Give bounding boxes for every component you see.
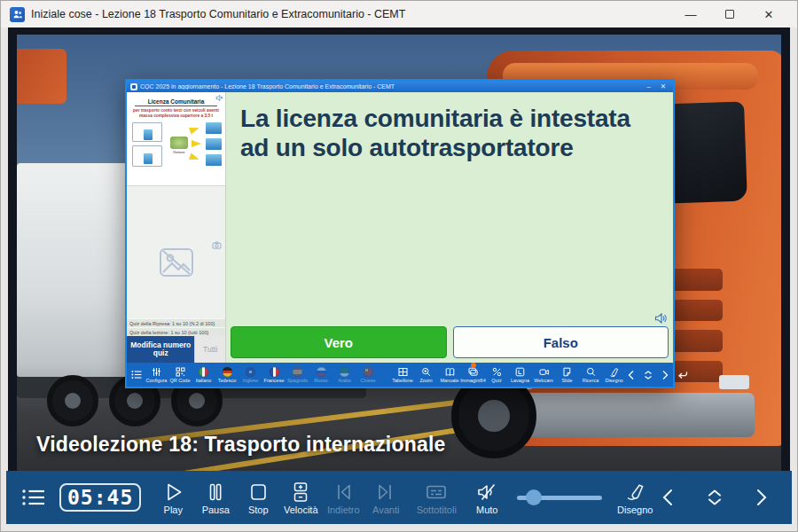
video-caption: Videolezione 18: Trasporto internazional…	[36, 433, 446, 457]
search-icon	[586, 366, 596, 377]
truck-headlight	[719, 375, 749, 389]
quiz-toolbar: Configura QR Code Italiano Tedesco Ingle…	[127, 363, 673, 387]
mute-icon	[475, 481, 498, 504]
toolbar-qrcode-button[interactable]: QR Code	[169, 366, 191, 383]
diagram-vettore-label: Vettore	[167, 150, 192, 154]
next-button[interactable]: Avanti	[364, 481, 407, 515]
toolbar-lang-cinese[interactable]: Cinese	[357, 366, 379, 383]
edit-quiz-number-button[interactable]: Modifica numero quiz	[127, 336, 194, 363]
close-icon: ✕	[764, 8, 774, 21]
quiz-next-button[interactable]	[661, 370, 669, 380]
volume-slider[interactable]	[517, 489, 602, 506]
pen-icon	[623, 481, 646, 504]
forward-chevron-button[interactable]	[753, 486, 771, 509]
toolbar-lavagna-button[interactable]: Lavagna	[510, 366, 531, 383]
question-speaker-icon[interactable]	[654, 313, 667, 324]
flag-china-icon	[364, 366, 373, 377]
slide-thumbnail[interactable]: Licenza Comunitaria per trasporto conto …	[127, 92, 225, 186]
toolbar-quiz-button[interactable]: Quiz	[486, 366, 507, 383]
toolbar-configura-button[interactable]: Configura	[146, 366, 168, 383]
flag-uk-icon	[246, 366, 255, 377]
quiz-dialog-titlebar[interactable]: CQC 2025 in aggiornamento - Lezione 18 T…	[127, 81, 673, 92]
toolbar-lang-russo[interactable]: Russo	[310, 366, 332, 383]
toolbar-immagini64-button[interactable]: Immagini64	[463, 366, 484, 383]
toolbar-lang-francese[interactable]: Francese	[263, 366, 285, 383]
skip-forward-icon	[374, 481, 397, 504]
flag-italy-icon	[199, 366, 208, 377]
book-icon	[445, 366, 455, 377]
diagram-truck	[206, 154, 222, 166]
diagram-truck	[206, 138, 222, 150]
maximize-button[interactable]	[710, 2, 749, 27]
qr-code-icon	[176, 366, 185, 377]
toolbar-zoom-button[interactable]: Zoom	[416, 366, 437, 383]
previous-button[interactable]: Indietro	[322, 481, 364, 515]
slide-title: Licenza Comunitaria	[135, 98, 217, 106]
subtitles-button[interactable]: Sottotitoli	[407, 481, 466, 515]
draw-button[interactable]: Disegno	[611, 481, 659, 515]
quiz-status-line-2: Quiz della lezione: 1 su 10 (tutti 100)	[127, 327, 225, 336]
volume-handle[interactable]	[526, 489, 542, 505]
toolbar-webcam-button[interactable]: Webcam	[533, 366, 554, 383]
no-image-icon	[159, 247, 194, 278]
flag-spain-icon	[293, 366, 302, 377]
speed-button[interactable]: Velocità	[279, 481, 322, 515]
subtitles-icon	[425, 481, 448, 504]
flag-france-icon	[270, 366, 279, 377]
pen-icon	[609, 366, 619, 377]
quiz-minimize-button[interactable]: –	[644, 83, 654, 90]
play-button[interactable]: Play	[152, 481, 194, 515]
toolbar-tabellone-button[interactable]: Tabellone	[392, 366, 413, 383]
zoom-in-icon	[421, 366, 431, 377]
whiteboard-icon	[515, 366, 525, 377]
playlist-icon[interactable]	[20, 486, 47, 509]
app-icon	[10, 7, 25, 22]
toolbar-lang-tedesco[interactable]: Tedesco	[216, 366, 238, 383]
diagram-arrow	[189, 125, 200, 135]
quiz-close-button[interactable]: ✕	[657, 83, 669, 90]
quiz-question-text: La licenza comunitaria è intestata ad un…	[240, 105, 630, 161]
slide-diagram: Vettore	[131, 121, 221, 170]
pause-icon	[204, 481, 227, 504]
toolbar-ricerca-button[interactable]: Ricerca	[580, 366, 601, 383]
toolbar-lang-spagnolo[interactable]: Spagnolo	[287, 366, 309, 383]
toolbar-lang-arabo[interactable]: Arabo	[334, 366, 356, 383]
flag-germany-icon	[223, 366, 232, 377]
application-window: Iniziale cose - Lezione 18 Trasporto Com…	[0, 0, 798, 532]
truck-cab-far	[17, 49, 66, 104]
webcam-icon	[539, 366, 549, 377]
quiz-return-button[interactable]	[677, 370, 688, 380]
quiz-prev-button[interactable]	[627, 370, 636, 380]
toolbar-lang-inglese[interactable]: Inglese	[240, 366, 262, 383]
mute-button[interactable]: Muto	[466, 481, 508, 515]
stop-button[interactable]: Stop	[237, 481, 279, 515]
slide-mute-icon[interactable]	[215, 94, 223, 102]
toolbar-disegno-button[interactable]: Disegno	[604, 366, 625, 383]
diagram-box	[132, 145, 162, 167]
sliders-icon	[152, 366, 161, 377]
tutti-button[interactable]: Tutti	[194, 336, 225, 363]
snapshot-icon[interactable]	[212, 241, 222, 249]
window-titlebar: Iniziale cose - Lezione 18 Trasporto Com…	[1, 1, 797, 27]
minimize-button[interactable]: —	[671, 2, 710, 27]
slide-subtitle: per trasporto conto terzi con veicoli av…	[131, 108, 221, 118]
diagram-vettore-icon	[170, 137, 188, 149]
window-title: Iniziale cose - Lezione 18 Trasporto Com…	[31, 8, 671, 20]
toolbar-lang-italiano[interactable]: Italiano	[193, 366, 215, 383]
toolbar-manuale-button[interactable]: Manuale	[439, 366, 460, 383]
image-placeholder-area	[127, 186, 225, 318]
diagram-box	[132, 122, 162, 142]
pause-button[interactable]: Pausa	[194, 481, 237, 515]
quiz-dialog-icon	[130, 83, 137, 90]
answer-falso-button[interactable]: Falso	[453, 326, 669, 358]
toolbar-slide-button[interactable]: Slide	[557, 366, 578, 383]
play-icon	[161, 481, 184, 504]
quiz-dialog: CQC 2025 in aggiornamento - Lezione 18 T…	[125, 79, 675, 388]
refresh-chevrons-button[interactable]	[703, 486, 726, 509]
close-button[interactable]: ✕	[749, 2, 788, 27]
quiz-menu-icon[interactable]	[131, 370, 142, 379]
lesson-timer: 05:45	[59, 483, 141, 512]
back-chevron-button[interactable]	[659, 486, 677, 509]
answer-vero-button[interactable]: Vero	[231, 326, 447, 358]
quiz-refresh-button[interactable]	[643, 370, 653, 380]
